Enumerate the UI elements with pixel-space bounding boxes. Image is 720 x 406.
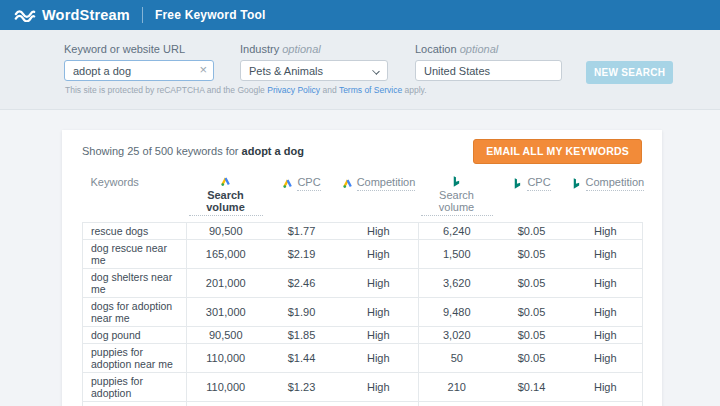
product-title: Free Keyword Tool (155, 8, 266, 22)
recaptcha-notice: This site is protected by reCAPTCHA and … (65, 85, 427, 95)
keyword-table: Keywords Search volume CPC (82, 174, 643, 406)
table-row: dog shelters near me201,000$2.46High3,62… (83, 269, 643, 298)
location-optional-label: optional (460, 43, 499, 55)
cell-g-volume: 90,500 (187, 223, 265, 240)
results-summary: Showing 25 of 500 keywords for adopt a d… (82, 145, 304, 157)
col-header-bing-search-volume[interactable]: Search volume (419, 174, 495, 223)
cell-keyword: boxer puppies for sale (83, 402, 187, 406)
cell-b-volume: 3,020 (419, 327, 495, 344)
cell-g-volume: 90,500 (187, 327, 265, 344)
privacy-policy-link[interactable]: Privacy Policy (267, 85, 320, 95)
cell-g-volume: 301,000 (187, 298, 265, 327)
cell-g-cpc: $1.44 (265, 344, 339, 373)
wordstream-logo[interactable]: WordStream (14, 7, 130, 23)
col-header-keywords: Keywords (83, 174, 187, 223)
cell-keyword: puppies for adoption (83, 373, 187, 402)
cell-keyword: dogs for adoption near me (83, 298, 187, 327)
clear-input-icon[interactable]: × (199, 63, 207, 76)
top-bar: WordStream Free Keyword Tool (0, 0, 720, 30)
bing-icon (451, 176, 462, 187)
cell-b-volume: 1,500 (419, 240, 495, 269)
table-row: dog rescue near me165,000$2.19High1,500$… (83, 240, 643, 269)
cell-g-volume: 40,500 (187, 402, 265, 406)
cell-g-comp: High (339, 344, 419, 373)
col-header-google-cpc[interactable]: CPC (265, 174, 339, 223)
cell-b-comp: High (569, 223, 643, 240)
cell-g-cpc: $1.77 (265, 223, 339, 240)
cell-g-cpc: $1.90 (265, 298, 339, 327)
cell-g-cpc: $2.46 (265, 269, 339, 298)
table-row: rescue dogs90,500$1.77High6,240$0.05High (83, 223, 643, 240)
brand-name: WordStream (42, 7, 130, 23)
col-header-google-competition[interactable]: Competition (339, 174, 419, 223)
cell-g-volume: 165,000 (187, 240, 265, 269)
cell-b-cpc: $1.36 (495, 402, 569, 406)
industry-field-group: Industry optional Pets & Animals (240, 43, 388, 81)
cell-g-cpc: $1.85 (265, 327, 339, 344)
cell-keyword: dog shelters near me (83, 269, 187, 298)
cell-b-cpc: $0.05 (495, 240, 569, 269)
cell-b-comp: High (569, 327, 643, 344)
google-ads-icon (282, 178, 293, 189)
table-header-row: Keywords Search volume CPC (83, 174, 643, 223)
location-field-group: Location optional (415, 43, 562, 81)
cell-g-comp: High (339, 373, 419, 402)
col-header-bing-competition[interactable]: Competition (569, 174, 643, 223)
col-header-google-search-volume[interactable]: Search volume (187, 174, 265, 223)
cell-b-cpc: $0.05 (495, 223, 569, 240)
table-row: boxer puppies for sale40,500$0.67High80$… (83, 402, 643, 406)
cell-b-volume: 50 (419, 344, 495, 373)
cell-keyword: dog rescue near me (83, 240, 187, 269)
col-header-bing-cpc[interactable]: CPC (495, 174, 569, 223)
results-card: Showing 25 of 500 keywords for adopt a d… (62, 130, 662, 406)
terms-of-service-link[interactable]: Terms of Service (339, 85, 402, 95)
cell-b-comp: High (569, 402, 643, 406)
cell-b-cpc: $0.05 (495, 298, 569, 327)
cell-b-cpc: $0.14 (495, 373, 569, 402)
cell-g-comp: High (339, 402, 419, 406)
keyword-input[interactable] (64, 60, 214, 81)
table-row: dogs for adoption near me301,000$1.90Hig… (83, 298, 643, 327)
cell-b-cpc: $0.05 (495, 269, 569, 298)
search-panel: Keyword or website URL × Industry option… (0, 30, 720, 110)
industry-selected-value: Pets & Animals (249, 65, 323, 77)
new-search-button[interactable]: NEW SEARCH (586, 61, 673, 84)
cell-keyword: puppies for adoption near me (83, 344, 187, 373)
keyword-table-body: rescue dogs90,500$1.77High6,240$0.05High… (83, 223, 643, 406)
location-input[interactable] (415, 60, 562, 81)
cell-b-volume: 80 (419, 402, 495, 406)
cell-b-volume: 210 (419, 373, 495, 402)
wave-logo-icon (14, 9, 36, 22)
keyword-label: Keyword or website URL (64, 43, 214, 55)
google-ads-icon (220, 176, 231, 187)
chevron-down-icon (372, 67, 380, 75)
cell-g-volume: 110,000 (187, 344, 265, 373)
cell-b-volume: 9,480 (419, 298, 495, 327)
email-keywords-button[interactable]: EMAIL ALL MY KEYWORDS (473, 139, 642, 164)
cell-g-comp: High (339, 223, 419, 240)
results-bar: Showing 25 of 500 keywords for adopt a d… (82, 138, 642, 164)
cell-g-comp: High (339, 269, 419, 298)
industry-label: Industry (240, 43, 279, 55)
cell-b-comp: High (569, 344, 643, 373)
table-row: dog pound90,500$1.85High3,020$0.05High (83, 327, 643, 344)
cell-g-comp: High (339, 327, 419, 344)
cell-b-volume: 6,240 (419, 223, 495, 240)
google-ads-icon (342, 178, 353, 189)
keyword-field-group: Keyword or website URL × (64, 43, 214, 81)
cell-g-volume: 110,000 (187, 373, 265, 402)
search-query: adopt a dog (242, 145, 304, 157)
cell-b-comp: High (569, 298, 643, 327)
cell-b-comp: High (569, 373, 643, 402)
cell-g-cpc: $2.19 (265, 240, 339, 269)
location-label: Location (415, 43, 457, 55)
industry-select[interactable]: Pets & Animals (240, 60, 388, 81)
cell-g-cpc: $1.23 (265, 373, 339, 402)
table-row: puppies for adoption near me110,000$1.44… (83, 344, 643, 373)
cell-b-cpc: $0.05 (495, 327, 569, 344)
cell-b-cpc: $0.05 (495, 344, 569, 373)
cell-g-volume: 201,000 (187, 269, 265, 298)
cell-b-comp: High (569, 269, 643, 298)
cell-b-volume: 3,620 (419, 269, 495, 298)
table-row: puppies for adoption110,000$1.23High210$… (83, 373, 643, 402)
